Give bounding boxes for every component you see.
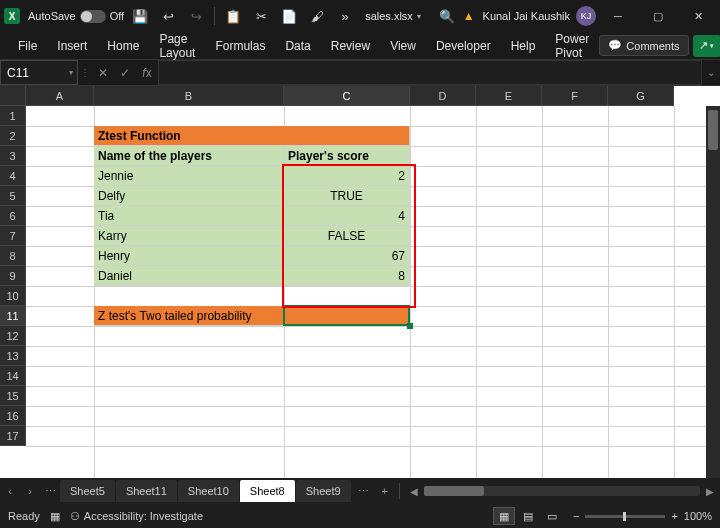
toolbar-overflow-icon[interactable]: » [333, 4, 357, 28]
cell[interactable]: Z test's Two tailed probability [94, 306, 284, 326]
cell[interactable]: Ztest Function [94, 126, 410, 146]
tab-page-layout[interactable]: Page Layout [149, 32, 205, 59]
sheet-tab[interactable]: Sheet5 [60, 480, 115, 502]
sheet-tab[interactable]: Sheet11 [116, 480, 177, 502]
account-button[interactable]: ▲ Kunal Jai Kaushik KJ [463, 6, 596, 26]
tab-power-pivot[interactable]: Power Pivot [545, 32, 599, 59]
scroll-right-icon[interactable]: ▶ [704, 486, 716, 497]
toggle-switch-icon[interactable] [80, 10, 106, 23]
cell[interactable]: 2 [284, 166, 410, 186]
column-header[interactable]: D [410, 86, 476, 106]
row-header[interactable]: 2 [0, 126, 26, 146]
tab-file[interactable]: File [8, 32, 47, 59]
sheet-nav-next[interactable]: › [20, 485, 40, 497]
sheet-nav-prev[interactable]: ‹ [0, 485, 20, 497]
row-header[interactable]: 11 [0, 306, 26, 326]
cell[interactable]: Delfy [94, 186, 284, 206]
view-page-break-button[interactable]: ▭ [541, 507, 563, 525]
close-button[interactable]: ✕ [680, 2, 716, 30]
expand-formula-bar-icon[interactable]: ⌄ [702, 60, 720, 85]
row-header[interactable]: 14 [0, 366, 26, 386]
zoom-out-button[interactable]: − [573, 510, 579, 522]
row-header[interactable]: 16 [0, 406, 26, 426]
clipboard-icon[interactable]: 📋 [221, 4, 245, 28]
zoom-slider[interactable] [585, 515, 665, 518]
row-header[interactable]: 4 [0, 166, 26, 186]
comments-button[interactable]: 💬 Comments [599, 35, 688, 56]
view-page-layout-button[interactable]: ▤ [517, 507, 539, 525]
cell[interactable]: Jennie [94, 166, 284, 186]
zoom-level[interactable]: 100% [684, 510, 712, 522]
view-normal-button[interactable]: ▦ [493, 507, 515, 525]
sheet-tab-active[interactable]: Sheet8 [240, 480, 295, 502]
tab-data[interactable]: Data [275, 32, 320, 59]
sheet-overflow[interactable]: ⋯ [352, 485, 375, 498]
column-header[interactable]: C [284, 86, 410, 106]
new-sheet-button[interactable]: + [375, 485, 395, 497]
scroll-thumb[interactable] [424, 486, 484, 496]
row-header[interactable]: 13 [0, 346, 26, 366]
search-icon[interactable]: 🔍 [435, 4, 459, 28]
scroll-left-icon[interactable]: ◀ [408, 486, 420, 497]
cell[interactable]: Name of the players [94, 146, 284, 166]
row-header[interactable]: 7 [0, 226, 26, 246]
cell[interactable]: Player's score [284, 146, 410, 166]
document-title[interactable]: sales.xlsx ▾ [365, 10, 421, 22]
tab-review[interactable]: Review [321, 32, 380, 59]
sheet-nav-menu[interactable]: ⋯ [40, 485, 60, 498]
tab-formulas[interactable]: Formulas [205, 32, 275, 59]
tab-view[interactable]: View [380, 32, 426, 59]
formula-input[interactable] [158, 60, 702, 85]
row-header[interactable]: 5 [0, 186, 26, 206]
row-header[interactable]: 6 [0, 206, 26, 226]
tab-help[interactable]: Help [501, 32, 546, 59]
tab-insert[interactable]: Insert [47, 32, 97, 59]
cell[interactable]: FALSE [284, 226, 410, 246]
tab-developer[interactable]: Developer [426, 32, 501, 59]
row-header[interactable]: 8 [0, 246, 26, 266]
row-header[interactable]: 17 [0, 426, 26, 446]
tab-home[interactable]: Home [97, 32, 149, 59]
cell[interactable]: 67 [284, 246, 410, 266]
column-header[interactable]: F [542, 86, 608, 106]
cell[interactable]: Tia [94, 206, 284, 226]
select-all-triangle[interactable] [0, 86, 26, 106]
maximize-button[interactable]: ▢ [640, 2, 676, 30]
cell[interactable]: 4 [284, 206, 410, 226]
undo-icon[interactable]: ↩ [156, 4, 180, 28]
horizontal-scrollbar[interactable]: ◀ ▶ [404, 486, 720, 497]
stats-icon[interactable]: ▦ [50, 510, 60, 523]
insert-function-button[interactable]: fx [136, 60, 158, 85]
cell[interactable]: Karry [94, 226, 284, 246]
paste-icon[interactable]: 📄 [277, 4, 301, 28]
cell[interactable]: Daniel [94, 266, 284, 286]
column-header[interactable]: A [26, 86, 94, 106]
redo-icon[interactable]: ↪ [184, 4, 208, 28]
cell[interactable]: 8 [284, 266, 410, 286]
accept-formula-button[interactable]: ✓ [114, 60, 136, 85]
row-header[interactable]: 10 [0, 286, 26, 306]
cells-area[interactable]: Ztest FunctionName of the playersPlayer'… [26, 106, 706, 478]
zoom-in-button[interactable]: + [671, 510, 677, 522]
scroll-thumb[interactable] [708, 110, 718, 150]
sheet-tab[interactable]: Sheet10 [178, 480, 239, 502]
name-box[interactable]: C11 ▾ [0, 60, 78, 85]
grip-icon[interactable]: ⋮ [78, 60, 92, 85]
cancel-formula-button[interactable]: ✕ [92, 60, 114, 85]
sheet-tab[interactable]: Sheet9 [296, 480, 351, 502]
cut-icon[interactable]: ✂ [249, 4, 273, 28]
cell[interactable]: Henry [94, 246, 284, 266]
minimize-button[interactable]: ─ [600, 2, 636, 30]
format-painter-icon[interactable]: 🖌 [305, 4, 329, 28]
accessibility-button[interactable]: ⚇ Accessibility: Investigate [70, 510, 203, 523]
share-button[interactable]: ↗▾ [693, 35, 720, 57]
column-header[interactable]: B [94, 86, 284, 106]
row-header[interactable]: 12 [0, 326, 26, 346]
column-header[interactable]: G [608, 86, 674, 106]
row-header[interactable]: 3 [0, 146, 26, 166]
cell[interactable] [284, 306, 410, 326]
row-header[interactable]: 9 [0, 266, 26, 286]
row-header[interactable]: 15 [0, 386, 26, 406]
vertical-scrollbar[interactable] [706, 106, 720, 478]
row-header[interactable]: 1 [0, 106, 26, 126]
